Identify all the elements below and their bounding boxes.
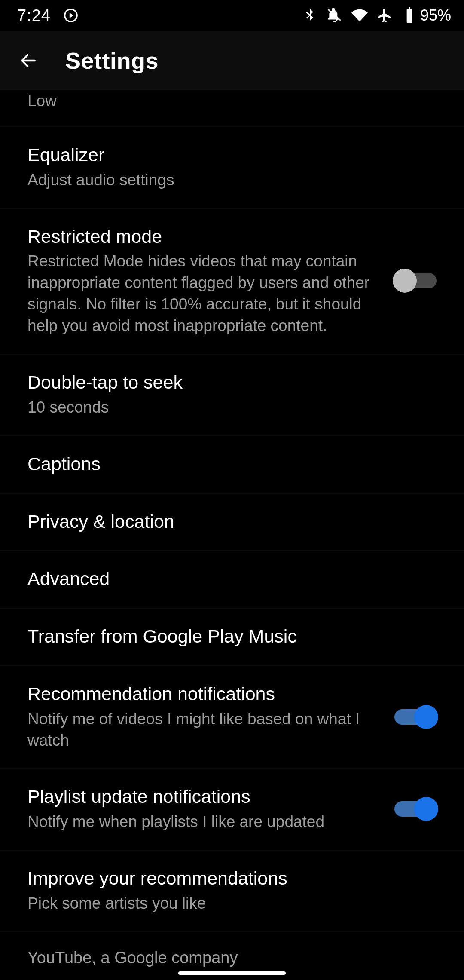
playlist-notifications-toggle[interactable]	[394, 797, 437, 821]
battery-percent: 95%	[420, 6, 451, 24]
play-circle-icon	[63, 7, 79, 24]
status-bar: 7:24 95%	[0, 0, 464, 31]
setting-title: Double-tap to seek	[27, 371, 437, 394]
arrow-left-icon	[19, 51, 38, 70]
back-button[interactable]	[15, 48, 41, 74]
setting-title: Restricted mode	[27, 225, 377, 248]
status-bar-left: 7:24	[17, 6, 79, 25]
setting-subtitle: 10 seconds	[27, 397, 371, 418]
recommendation-notifications-toggle[interactable]	[394, 705, 437, 729]
battery-icon	[401, 7, 418, 24]
settings-list[interactable]: Low Equalizer Adjust audio settings Rest…	[0, 90, 464, 980]
setting-title: Recommendation notifications	[27, 683, 377, 706]
status-bar-right: 95%	[302, 6, 451, 24]
restricted-mode-toggle[interactable]	[394, 269, 437, 293]
setting-title: Advanced	[27, 567, 437, 591]
setting-equalizer[interactable]: Equalizer Adjust audio settings	[0, 127, 464, 209]
setting-title: Privacy & location	[27, 510, 437, 533]
setting-title: Equalizer	[27, 144, 437, 167]
airplane-icon	[376, 7, 393, 24]
setting-recommendation-notifications[interactable]: Recommendation notifications Notify me o…	[0, 666, 464, 769]
setting-transfer-gpm[interactable]: Transfer from Google Play Music	[0, 609, 464, 666]
setting-subtitle: Restricted Mode hides videos that may co…	[27, 251, 371, 337]
status-time: 7:24	[17, 6, 51, 25]
battery-status: 95%	[401, 6, 451, 24]
setting-subtitle: Notify me when playlists I like are upda…	[27, 811, 371, 833]
notifications-off-icon	[327, 7, 343, 24]
gesture-bar[interactable]	[178, 971, 286, 975]
setting-double-tap-seek[interactable]: Double-tap to seek 10 seconds	[0, 355, 464, 436]
app-bar: Settings	[0, 31, 464, 90]
setting-subtitle: Adjust audio settings	[27, 169, 371, 191]
setting-title: Playlist update notifications	[27, 785, 377, 808]
bluetooth-icon	[302, 7, 318, 24]
setting-restricted-mode[interactable]: Restricted mode Restricted Mode hides vi…	[0, 209, 464, 355]
setting-privacy-location[interactable]: Privacy & location	[0, 494, 464, 551]
page-title: Settings	[65, 47, 159, 74]
setting-subtitle: Pick some artists you like	[27, 893, 371, 914]
setting-title: Transfer from Google Play Music	[27, 625, 437, 648]
setting-playlist-update-notifications[interactable]: Playlist update notifications Notify me …	[0, 769, 464, 851]
setting-subtitle: Notify me of videos I might like based o…	[27, 708, 371, 751]
setting-value: Low	[27, 90, 371, 112]
setting-title: Captions	[27, 453, 437, 476]
setting-advanced[interactable]: Advanced	[0, 551, 464, 609]
setting-audio-quality-partial[interactable]: Low	[0, 90, 464, 127]
wifi-icon	[351, 7, 368, 24]
setting-improve-recommendations[interactable]: Improve your recommendations Pick some a…	[0, 851, 464, 932]
setting-title: Improve your recommendations	[27, 867, 437, 890]
setting-captions[interactable]: Captions	[0, 436, 464, 494]
